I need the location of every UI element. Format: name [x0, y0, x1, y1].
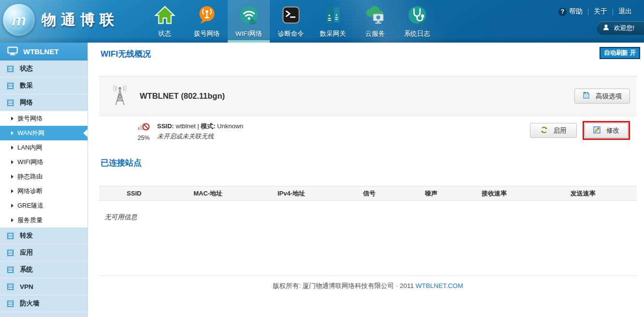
brand-logo: m 物通博联 — [3, 4, 119, 36]
caret-icon — [11, 117, 14, 121]
column-header-mac: MAC-地址 — [169, 189, 247, 198]
sidebar-item-vpn[interactable]: VPN — [0, 278, 88, 295]
nav-tab-cloud-service[interactable]: 云服务 — [354, 0, 396, 43]
sidebar-device-header: WTBLNET — [0, 43, 88, 60]
wtblnet-link[interactable]: WTBLNET.COM — [416, 282, 463, 289]
column-header-ssid: SSID — [99, 190, 169, 197]
caret-icon — [11, 218, 14, 222]
edit-icon — [593, 126, 600, 135]
page-title: WIFI无线概况 — [101, 48, 151, 60]
wifi-panel-header: WTBLNET (802.11bgn) 高级选项 — [99, 76, 637, 116]
footer: 版权所有: 厦门物通博联网络科技有限公司 · 2011 WTBLNET.COM — [99, 275, 637, 290]
caret-icon — [11, 189, 14, 193]
about-link[interactable]: 关于 — [588, 7, 613, 16]
sidebar-item-data-collect[interactable]: 数采 — [0, 77, 88, 94]
help-icon: ? — [558, 8, 567, 16]
main-nav: 状态 拨号网络 — [144, 0, 438, 43]
sidebar-item-forwarding[interactable]: 转发 — [0, 227, 88, 244]
list-icon — [6, 65, 15, 73]
sidebar-subitem-qos[interactable]: 服务质量 — [0, 213, 88, 227]
stations-table-header: SSID MAC-地址 IPv4-地址 信号 噪声 接收速率 发送速率 — [99, 186, 637, 201]
nav-tab-status[interactable]: 状态 — [144, 0, 186, 43]
signal-disabled-icon — [137, 124, 150, 133]
cloud-service-icon — [364, 3, 387, 27]
wifi-action-buttons: 启用 修改 — [530, 121, 630, 140]
dialup-network-icon — [195, 3, 219, 27]
gateway-icon — [322, 3, 345, 27]
logout-link[interactable]: 退出 — [613, 7, 637, 16]
advanced-options-button[interactable]: 高级选项 — [574, 89, 630, 104]
list-icon — [6, 266, 15, 274]
stations-empty-message: 无可用信息 — [104, 213, 137, 222]
top-header: m 物通博联 状态 拨号网络 — [0, 0, 644, 43]
wifi-panel-title: WTBLNET (802.11bgn) — [140, 91, 225, 101]
sidebar-subitem-dialup-network[interactable]: 拨号网络 — [0, 111, 88, 126]
user-icon — [602, 24, 610, 32]
column-header-noise: 噪声 — [403, 189, 459, 198]
sidebar-item-network[interactable]: 网络 — [0, 94, 88, 111]
sidebar-subitem-network-diagnosis[interactable]: 网络诊断 — [0, 184, 88, 198]
caret-icon — [11, 131, 14, 135]
enable-button[interactable]: 启用 — [530, 123, 577, 138]
list-icon — [6, 300, 15, 308]
list-icon — [6, 249, 15, 257]
signal-indicator: 25% — [134, 121, 153, 141]
list-icon — [6, 82, 15, 90]
monitor-icon — [7, 46, 18, 57]
welcome-badge[interactable]: 欢迎您! — [597, 21, 644, 35]
highlight-annotation: 修改 — [583, 121, 630, 140]
sidebar-subitem-wifi-network[interactable]: WIFI网络 — [0, 155, 88, 169]
copyright-text: 版权所有: 厦门物通博联网络科技有限公司 · 2011 — [273, 282, 414, 289]
wifi-icon — [237, 3, 261, 27]
brand-name: 物通博联 — [42, 10, 119, 30]
caret-icon — [11, 175, 14, 179]
caret-icon — [11, 204, 14, 208]
modify-button[interactable]: 修改 — [585, 123, 628, 138]
column-header-rx-rate: 接收速率 — [459, 189, 529, 198]
system-log-icon — [406, 3, 429, 27]
caret-icon — [11, 160, 14, 164]
brand-logo-icon: m — [3, 4, 35, 36]
nav-tab-dialup-network[interactable]: 拨号网络 — [186, 0, 228, 43]
stations-table: SSID MAC-地址 IPv4-地址 信号 噪声 接收速率 发送速率 — [99, 186, 637, 201]
wifi-panel: WTBLNET (802.11bgn) 高级选项 — [99, 76, 637, 151]
nav-tab-wifi-network[interactable]: WIFI网络 — [228, 0, 270, 43]
terminal-icon — [279, 3, 303, 27]
list-icon — [6, 99, 15, 107]
column-header-ipv4: IPv4-地址 — [247, 189, 336, 198]
sidebar-subitem-lan[interactable]: LAN内网 — [0, 140, 88, 155]
sidebar-subitem-wan[interactable]: WAN外网 — [0, 126, 88, 140]
ssid-info: SSID: wtblnet | 模式: Unknown 未开启或未关联无线 — [157, 121, 243, 141]
help-link[interactable]: ? 帮助 — [553, 7, 588, 16]
column-header-tx-rate: 发送速率 — [529, 189, 637, 198]
top-links: ? 帮助 关于 退出 — [553, 7, 637, 16]
sidebar-subitem-gre-tunnel[interactable]: GRE隧道 — [0, 198, 88, 213]
radio-tower-icon — [111, 84, 129, 108]
sidebar-item-application[interactable]: 应用 — [0, 244, 88, 261]
ssid-line: SSID: wtblnet | 模式: Unknown — [157, 121, 243, 131]
page-add-icon — [583, 91, 590, 101]
auto-refresh-toggle[interactable]: 自动刷新 开 — [600, 47, 640, 59]
signal-percent: 25% — [134, 135, 153, 141]
home-icon — [153, 3, 176, 27]
nav-tab-data-gateway[interactable]: 数采网关 — [312, 0, 354, 43]
sidebar-item-status[interactable]: 状态 — [0, 60, 88, 77]
nav-tab-diagnostic-command[interactable]: 诊断命令 — [270, 0, 312, 43]
sidebar: WTBLNET 状态 数采 网络 拨号网络 WAN外网 LAN内网 WIFI网络… — [0, 43, 88, 317]
wifi-panel-body: 25% SSID: wtblnet | 模式: Unknown 未开启或未关联无… — [99, 116, 637, 151]
main-content: WIFI无线概况 自动刷新 开 WTBLNET (802.11bgn) 高级选项 — [88, 43, 644, 317]
sidebar-subitem-static-route[interactable]: 静态路由 — [0, 169, 88, 184]
refresh-icon — [541, 126, 548, 135]
column-header-signal: 信号 — [336, 189, 403, 198]
sidebar-item-firewall[interactable]: 防火墙 — [0, 295, 88, 312]
stations-section-title: 已连接站点 — [101, 157, 142, 168]
nav-tab-system-log[interactable]: 系统日志 — [396, 0, 438, 43]
caret-icon — [11, 146, 14, 150]
sidebar-item-system[interactable]: 系统 — [0, 261, 88, 278]
wifi-status-text: 未开启或未关联无线 — [157, 131, 243, 141]
list-icon — [6, 232, 15, 240]
list-icon — [6, 283, 15, 291]
